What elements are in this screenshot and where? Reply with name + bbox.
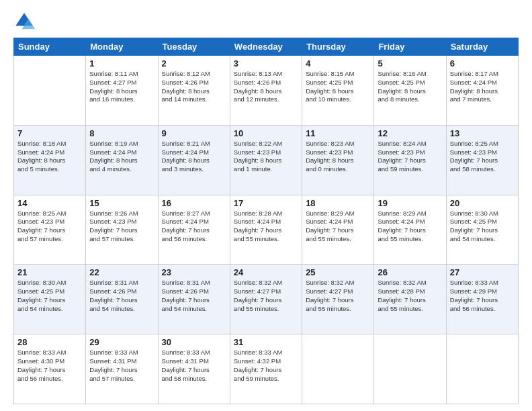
cell-info: Sunrise: 8:32 AMSunset: 4:27 PMDaylight:…	[306, 279, 370, 313]
calendar-cell: 17Sunrise: 8:28 AMSunset: 4:24 PMDayligh…	[230, 195, 302, 265]
cell-info: Sunrise: 8:25 AMSunset: 4:23 PMDaylight:…	[450, 140, 515, 174]
calendar-cell: 7Sunrise: 8:18 AMSunset: 4:24 PMDaylight…	[14, 125, 86, 195]
cell-info: Sunrise: 8:26 AMSunset: 4:23 PMDaylight:…	[89, 210, 154, 244]
header-monday: Monday	[86, 38, 158, 56]
calendar-cell: 29Sunrise: 8:33 AMSunset: 4:31 PMDayligh…	[86, 334, 158, 404]
day-number: 18	[306, 198, 370, 208]
calendar-cell: 20Sunrise: 8:30 AMSunset: 4:25 PMDayligh…	[446, 195, 518, 265]
calendar-cell: 9Sunrise: 8:21 AMSunset: 4:24 PMDaylight…	[158, 125, 230, 195]
day-number: 19	[378, 198, 442, 208]
weekday-header-row: Sunday Monday Tuesday Wednesday Thursday…	[14, 38, 519, 56]
day-number: 22	[89, 267, 154, 277]
cell-info: Sunrise: 8:33 AMSunset: 4:31 PMDaylight:…	[162, 349, 226, 383]
day-number: 6	[450, 58, 515, 68]
calendar-cell: 4Sunrise: 8:15 AMSunset: 4:25 PMDaylight…	[302, 56, 374, 126]
header	[13, 11, 519, 32]
calendar-week-4: 21Sunrise: 8:30 AMSunset: 4:25 PMDayligh…	[14, 265, 519, 334]
day-number: 1	[89, 58, 154, 68]
cell-info: Sunrise: 8:27 AMSunset: 4:24 PMDaylight:…	[162, 210, 226, 244]
day-number: 3	[234, 58, 298, 68]
calendar-cell: 8Sunrise: 8:19 AMSunset: 4:24 PMDaylight…	[86, 125, 158, 195]
day-number: 30	[162, 337, 226, 347]
day-number: 10	[234, 128, 298, 138]
header-sunday: Sunday	[14, 38, 86, 56]
calendar-cell: 25Sunrise: 8:32 AMSunset: 4:27 PMDayligh…	[302, 265, 374, 334]
calendar-cell: 16Sunrise: 8:27 AMSunset: 4:24 PMDayligh…	[158, 195, 230, 265]
cell-info: Sunrise: 8:30 AMSunset: 4:25 PMDaylight:…	[450, 210, 515, 244]
cell-info: Sunrise: 8:31 AMSunset: 4:26 PMDaylight:…	[89, 279, 154, 313]
calendar-week-3: 14Sunrise: 8:25 AMSunset: 4:23 PMDayligh…	[14, 195, 519, 265]
calendar-week-5: 28Sunrise: 8:33 AMSunset: 4:30 PMDayligh…	[14, 334, 519, 404]
calendar-table: Sunday Monday Tuesday Wednesday Thursday…	[13, 38, 519, 404]
cell-info: Sunrise: 8:17 AMSunset: 4:24 PMDaylight:…	[450, 70, 515, 104]
day-number: 15	[89, 198, 154, 208]
cell-info: Sunrise: 8:33 AMSunset: 4:32 PMDaylight:…	[234, 349, 298, 383]
cell-info: Sunrise: 8:19 AMSunset: 4:24 PMDaylight:…	[89, 140, 154, 174]
cell-info: Sunrise: 8:30 AMSunset: 4:25 PMDaylight:…	[17, 279, 82, 313]
calendar-cell: 11Sunrise: 8:23 AMSunset: 4:23 PMDayligh…	[302, 125, 374, 195]
calendar-cell: 13Sunrise: 8:25 AMSunset: 4:23 PMDayligh…	[446, 125, 518, 195]
cell-info: Sunrise: 8:18 AMSunset: 4:24 PMDaylight:…	[17, 140, 82, 174]
calendar-cell: 24Sunrise: 8:32 AMSunset: 4:27 PMDayligh…	[230, 265, 302, 334]
day-number: 28	[17, 337, 82, 347]
cell-info: Sunrise: 8:13 AMSunset: 4:26 PMDaylight:…	[234, 70, 298, 104]
day-number: 11	[306, 128, 370, 138]
calendar-cell: 5Sunrise: 8:16 AMSunset: 4:25 PMDaylight…	[374, 56, 446, 126]
calendar-cell: 12Sunrise: 8:24 AMSunset: 4:23 PMDayligh…	[374, 125, 446, 195]
day-number: 26	[378, 267, 442, 277]
logo	[13, 11, 38, 32]
day-number: 29	[89, 337, 154, 347]
day-number: 16	[162, 198, 226, 208]
cell-info: Sunrise: 8:22 AMSunset: 4:23 PMDaylight:…	[234, 140, 298, 174]
header-thursday: Thursday	[302, 38, 374, 56]
header-friday: Friday	[374, 38, 446, 56]
cell-info: Sunrise: 8:12 AMSunset: 4:26 PMDaylight:…	[162, 70, 226, 104]
calendar-cell: 28Sunrise: 8:33 AMSunset: 4:30 PMDayligh…	[14, 334, 86, 404]
day-number: 4	[306, 58, 370, 68]
day-number: 17	[234, 198, 298, 208]
calendar-cell: 14Sunrise: 8:25 AMSunset: 4:23 PMDayligh…	[14, 195, 86, 265]
calendar-week-2: 7Sunrise: 8:18 AMSunset: 4:24 PMDaylight…	[14, 125, 519, 195]
cell-info: Sunrise: 8:15 AMSunset: 4:25 PMDaylight:…	[306, 70, 370, 104]
cell-info: Sunrise: 8:23 AMSunset: 4:23 PMDaylight:…	[306, 140, 370, 174]
calendar-cell: 10Sunrise: 8:22 AMSunset: 4:23 PMDayligh…	[230, 125, 302, 195]
cell-info: Sunrise: 8:21 AMSunset: 4:24 PMDaylight:…	[162, 140, 226, 174]
day-number: 7	[17, 128, 82, 138]
cell-info: Sunrise: 8:32 AMSunset: 4:27 PMDaylight:…	[234, 279, 298, 313]
calendar-cell: 31Sunrise: 8:33 AMSunset: 4:32 PMDayligh…	[230, 334, 302, 404]
header-saturday: Saturday	[446, 38, 518, 56]
calendar-cell	[374, 334, 446, 404]
day-number: 5	[378, 58, 442, 68]
cell-info: Sunrise: 8:28 AMSunset: 4:24 PMDaylight:…	[234, 210, 298, 244]
day-number: 21	[17, 267, 82, 277]
page: Sunday Monday Tuesday Wednesday Thursday…	[0, 0, 532, 411]
calendar-cell: 1Sunrise: 8:11 AMSunset: 4:27 PMDaylight…	[86, 56, 158, 126]
calendar-cell: 19Sunrise: 8:29 AMSunset: 4:24 PMDayligh…	[374, 195, 446, 265]
calendar-week-1: 1Sunrise: 8:11 AMSunset: 4:27 PMDaylight…	[14, 56, 519, 126]
calendar-cell: 18Sunrise: 8:29 AMSunset: 4:24 PMDayligh…	[302, 195, 374, 265]
calendar-cell: 21Sunrise: 8:30 AMSunset: 4:25 PMDayligh…	[14, 265, 86, 334]
day-number: 20	[450, 198, 515, 208]
day-number: 27	[450, 267, 515, 277]
calendar-cell: 3Sunrise: 8:13 AMSunset: 4:26 PMDaylight…	[230, 56, 302, 126]
day-number: 23	[162, 267, 226, 277]
cell-info: Sunrise: 8:33 AMSunset: 4:30 PMDaylight:…	[17, 349, 82, 383]
day-number: 24	[234, 267, 298, 277]
cell-info: Sunrise: 8:24 AMSunset: 4:23 PMDaylight:…	[378, 140, 442, 174]
day-number: 12	[378, 128, 442, 138]
logo-icon	[13, 11, 35, 32]
day-number: 25	[306, 267, 370, 277]
calendar-cell: 26Sunrise: 8:32 AMSunset: 4:28 PMDayligh…	[374, 265, 446, 334]
calendar-cell: 2Sunrise: 8:12 AMSunset: 4:26 PMDaylight…	[158, 56, 230, 126]
day-number: 14	[17, 198, 82, 208]
cell-info: Sunrise: 8:33 AMSunset: 4:29 PMDaylight:…	[450, 279, 515, 313]
cell-info: Sunrise: 8:32 AMSunset: 4:28 PMDaylight:…	[378, 279, 442, 313]
calendar-cell: 15Sunrise: 8:26 AMSunset: 4:23 PMDayligh…	[86, 195, 158, 265]
cell-info: Sunrise: 8:29 AMSunset: 4:24 PMDaylight:…	[306, 210, 370, 244]
calendar-cell: 22Sunrise: 8:31 AMSunset: 4:26 PMDayligh…	[86, 265, 158, 334]
calendar-cell	[14, 56, 86, 126]
header-wednesday: Wednesday	[230, 38, 302, 56]
cell-info: Sunrise: 8:29 AMSunset: 4:24 PMDaylight:…	[378, 210, 442, 244]
cell-info: Sunrise: 8:33 AMSunset: 4:31 PMDaylight:…	[89, 349, 154, 383]
cell-info: Sunrise: 8:31 AMSunset: 4:26 PMDaylight:…	[162, 279, 226, 313]
